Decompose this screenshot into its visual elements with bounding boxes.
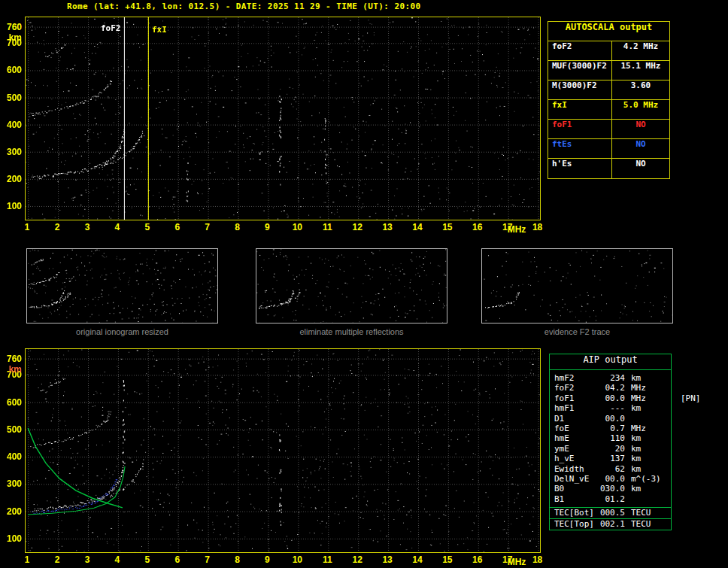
ytick-label: 500 xyxy=(1,93,22,103)
aip-row-label: foF2 xyxy=(554,383,598,393)
autoscala-row-label: foF1 xyxy=(548,120,612,138)
aip-row-unit: MHz xyxy=(631,393,646,403)
autoscala-row-label: M(3000)F2 xyxy=(548,80,612,99)
autoscala-row-label: foF2 xyxy=(548,41,612,60)
ytick-label: 760 xyxy=(1,22,22,32)
xtick-label: 2 xyxy=(48,554,66,565)
aip-row-label: B0 xyxy=(554,484,598,494)
aip-row-label: foF1 xyxy=(554,393,598,403)
xtick-label: 11 xyxy=(318,222,336,232)
xtick-label: 1 xyxy=(18,222,36,232)
mini-panel-original xyxy=(26,248,218,323)
xtick-label: 12 xyxy=(348,554,366,565)
aip-row-value: 137 xyxy=(598,454,625,463)
xtick-label: 18 xyxy=(529,222,547,232)
aip-row: B1 01.2 xyxy=(554,494,671,504)
aip-row-label: TEC[Top] xyxy=(554,519,598,530)
aip-row-unit: km xyxy=(631,484,641,494)
aip-row-unit: km xyxy=(631,444,641,454)
aip-row: hmE 110 km xyxy=(554,433,671,443)
autoscala-row-value: NO xyxy=(612,139,669,158)
aip-row-value: 0.7 xyxy=(598,424,625,433)
xtick-label: 15 xyxy=(438,222,457,232)
aip-row-value: --- xyxy=(598,403,625,413)
aip-row-value: 00.0 xyxy=(598,474,625,484)
autoscala-row-value: 15.1 MHz xyxy=(612,61,669,80)
mini-panel-evidence xyxy=(481,248,673,323)
aip-row: h_vE 137 km xyxy=(554,454,671,463)
table-row: foF2 4.2 MHz xyxy=(548,41,669,61)
table-row: foF1 NO xyxy=(548,120,669,139)
xtick-label: 10 xyxy=(288,222,306,232)
table-row: h'Es NO xyxy=(548,159,669,178)
autoscala-row-label: fxI xyxy=(548,100,612,119)
xtick-label: 18 xyxy=(529,554,547,565)
xtick-label: 8 xyxy=(229,554,247,565)
aip-row: hmF2 234 km xyxy=(554,373,671,383)
aip-row-unit: km xyxy=(631,454,641,463)
aip-row-label: h_vE xyxy=(554,454,598,463)
mini-canvas-original xyxy=(27,249,217,323)
xtick-label: 9 xyxy=(258,222,276,232)
aip-row-unit: km xyxy=(631,373,641,383)
aip-row-label: DelN_vE xyxy=(554,474,598,484)
aip-row-value: 00.0 xyxy=(598,414,625,424)
xtick-label: 2 xyxy=(48,222,66,232)
autoscala-output-table: AUTOSCALA output foF2 4.2 MHz MUF(3000)F… xyxy=(548,21,670,179)
aip-row-unit: m^(-3) xyxy=(631,474,661,484)
aip-row-label: foE xyxy=(554,424,598,433)
xtick-label: 4 xyxy=(108,222,126,232)
ytick-label: 600 xyxy=(1,65,22,75)
xtick-label: 15 xyxy=(438,554,457,565)
ytick-label: 300 xyxy=(1,147,22,157)
ytick-label: 400 xyxy=(1,120,22,130)
aip-output-table: AIP output hmF2 234 km foF2 04.2 MHz foF… xyxy=(549,354,672,530)
aip-row-label: TEC[Bot] xyxy=(554,508,598,518)
aip-row-value: 000.5 xyxy=(598,508,625,518)
aip-row-value: 00.0 xyxy=(598,393,625,403)
ionogram-canvas-bottom xyxy=(26,349,540,552)
aip-row-label: ymE xyxy=(554,444,598,454)
aip-row-unit: MHz xyxy=(631,383,646,393)
aip-row-label: B1 xyxy=(554,494,598,504)
ytick-label: 100 xyxy=(1,533,22,544)
autoscala-row-value: NO xyxy=(612,120,669,138)
xtick-label: 16 xyxy=(469,554,487,565)
xtick-label: 3 xyxy=(78,554,96,565)
ytick-label: km xyxy=(1,32,22,43)
mini-canvas-evidence xyxy=(482,249,672,323)
mini-canvas-filtered xyxy=(256,249,447,323)
aip-row-value: 20 xyxy=(598,444,625,454)
autoscala-title: AUTOSCALA output xyxy=(548,22,669,41)
xtick-label: 5 xyxy=(138,554,156,565)
aip-tec-bottom-row: TEC[Bot] 000.5 TECU xyxy=(550,507,671,518)
aip-row: hmF1 --- km xyxy=(554,403,671,413)
aip-row-value: 110 xyxy=(598,433,625,443)
autoscala-row-value: 5.0 MHz xyxy=(612,100,669,119)
aip-row-value: 030.0 xyxy=(598,484,625,494)
xtick-label: 14 xyxy=(408,554,426,565)
aip-row-label: Ewidth xyxy=(554,464,598,474)
xtick-label: 6 xyxy=(168,554,187,565)
aip-row-value: 234 xyxy=(598,373,625,383)
xtick-label: 9 xyxy=(258,554,276,565)
aip-row: DelN_vE 00.0 m^(-3) xyxy=(554,474,671,484)
aip-row-unit: TECU xyxy=(631,519,651,530)
table-row: MUF(3000)F2 15.1 MHz xyxy=(548,61,669,80)
aip-row-unit: km xyxy=(631,403,641,413)
ytick-label: 500 xyxy=(1,424,22,435)
ytick-label: 200 xyxy=(1,174,22,184)
aip-title: AIP output xyxy=(550,354,671,370)
aip-row-unit: MHz xyxy=(631,424,646,433)
xtick-label: 7 xyxy=(199,222,217,232)
aip-body: hmF2 234 km foF2 04.2 MHz foF1 00.0 MHz … xyxy=(550,370,671,507)
xtick-label: 13 xyxy=(378,222,396,232)
ytick-label: 100 xyxy=(1,201,22,211)
aip-row-unit: km xyxy=(631,433,641,443)
ytick-label: 760 xyxy=(1,354,22,364)
aip-row: D1 00.0 xyxy=(554,414,671,424)
xtick-label: 7 xyxy=(199,554,217,565)
aip-tec-top-row: TEC[Top] 002.1 TECU xyxy=(550,518,671,530)
xtick-label: 10 xyxy=(288,554,306,565)
fxi-annotation-label: fxI xyxy=(152,25,167,35)
